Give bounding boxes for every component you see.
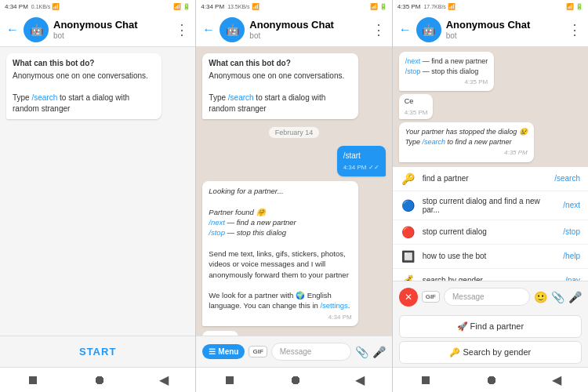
user-message-start: /start 4:34 PM ✓✓ [337, 146, 386, 176]
command-item-help[interactable]: 🔲 how to use the bot /help [393, 245, 588, 269]
start-text: /start [343, 151, 379, 162]
nav-bar-1: ⏹ ⏺ ◀ [0, 367, 195, 392]
bot-msg-time-3: 4:34 PM [209, 313, 351, 321]
bot-message-3: Looking for a partner... Partner found 🤗… [202, 181, 358, 326]
attach-button-3[interactable]: 📎 [551, 291, 564, 303]
next-link[interactable]: /next [209, 218, 225, 227]
menu-button[interactable]: ☰ Menu [202, 344, 245, 359]
time-3: 4:35 PM [397, 3, 421, 10]
find-partner-button[interactable]: 🚀 Find a partner [399, 315, 582, 338]
msg-title-2: What can this bot do? [209, 58, 351, 69]
command-item-pay[interactable]: 💰 search by gender /pay [393, 269, 588, 281]
mic-button-3[interactable]: 🎤 [568, 291, 582, 303]
signal-icon-3: 📶 [448, 3, 456, 10]
msg-time-3a: 4:35 PM [405, 78, 488, 86]
nav-bar-3: ⏹ ⏺ ◀ [393, 367, 588, 392]
bot-msg-ce: Ce 4:35 PM [399, 94, 434, 119]
chat-header-3: ← 🤖 Anonymous Chat bot ⋮ [393, 13, 588, 47]
nav-stop-2[interactable]: ⏹ [223, 373, 236, 387]
nav-home-3[interactable]: ⏺ [485, 373, 498, 387]
wifi-icon-2: 📶 [370, 3, 378, 10]
message-input-2[interactable]: Message [271, 343, 351, 361]
bot-msg-next-stop: /next — find a new partner /stop — stop … [399, 52, 495, 91]
header-menu-1[interactable]: ⋮ [175, 21, 189, 38]
battery-icon-1: 🔋 [183, 3, 191, 10]
attach-button-2[interactable]: 📎 [355, 346, 368, 358]
msg-time-ce: 4:35 PM [405, 108, 428, 117]
command-icon-next: 🔵 [401, 199, 416, 212]
signal-icon-1: 📶 [52, 3, 60, 10]
next-link-3[interactable]: /next [405, 57, 421, 65]
wifi-icon-1: 📶 [173, 3, 181, 10]
command-item-next[interactable]: 🔵 stop current dialog and find a new par… [393, 191, 588, 220]
command-slash-next: /next [563, 201, 580, 209]
header-subtitle-1: bot [53, 31, 170, 40]
command-item-stop[interactable]: 🔴 stop current dialog /stop [393, 220, 588, 245]
settings-link[interactable]: /settings [320, 301, 347, 310]
bot-icon-1: 🤖 [30, 24, 43, 36]
msg-body-2: Anonymous one on one conversations.Type … [209, 71, 351, 114]
command-text-next: stop current dialog and find a new par..… [423, 197, 557, 214]
back-button-1[interactable]: ← [6, 23, 19, 37]
time-1: 4:34 PM [5, 3, 28, 10]
back-button-2[interactable]: ← [202, 23, 215, 37]
header-title-1: Anonymous Chat [53, 19, 170, 31]
header-title-2: Anonymous Chat [249, 19, 366, 31]
bot-avatar-1: 🤖 [24, 17, 49, 42]
status-bar-1: 4:34 PM 0.1KB/s 📶 📶 🔋 [0, 0, 195, 13]
input-area-2: ☰ Menu GIF Message 📎 🎤 [196, 336, 391, 367]
nav-back-1[interactable]: ◀ [159, 372, 169, 387]
action-buttons-area: 🚀 Find a partner 🔑 Search by gender [393, 312, 588, 367]
back-button-3[interactable]: ← [399, 23, 412, 37]
menu-icon: ☰ [209, 347, 216, 356]
search-gender-button[interactable]: 🔑 Search by gender [399, 341, 582, 364]
screens-container: 4:34 PM 0.1KB/s 📶 📶 🔋 ← 🤖 Anonymous Chat… [0, 0, 588, 392]
bot-msg-stopped: Your partner has stopped the dialog 😢 Ty… [399, 122, 534, 162]
header-subtitle-3: bot [446, 31, 563, 40]
command-icon-pay: 💰 [401, 274, 416, 281]
input-area-1: START [0, 336, 195, 367]
nav-back-3[interactable]: ◀ [552, 372, 561, 387]
nav-stop-1[interactable]: ⏹ [27, 373, 39, 387]
data-speed-2: 13.5KB/s [227, 4, 249, 9]
msg-time-3b: 4:35 PM [405, 148, 528, 157]
search-link-1[interactable]: /search [31, 93, 57, 102]
nav-home-2[interactable]: ⏺ [289, 373, 302, 387]
mic-button-2[interactable]: 🎤 [372, 346, 386, 358]
command-item-search[interactable]: 🔑 find a partner /search [393, 167, 588, 191]
bot-message-1: What can this bot do? Anonymous one on o… [6, 53, 162, 119]
msg-body-1: Anonymous one on one conversations.Type … [13, 71, 155, 114]
nav-back-2[interactable]: ◀ [355, 372, 365, 387]
x-button[interactable]: ✕ [399, 288, 418, 307]
time-2: 4:34 PM [201, 3, 224, 10]
bot-message-2: What can this bot do? Anonymous one on o… [202, 53, 358, 119]
search-link-3[interactable]: /search [423, 138, 446, 146]
screen-3: 4:35 PM 17.7KB/s 📶 📶 🔋 ← 🤖 Anonymous Cha… [393, 0, 588, 392]
stop-link[interactable]: /stop [209, 228, 225, 237]
chat-header-1: ← 🤖 Anonymous Chat bot ⋮ [0, 13, 195, 47]
nav-home-1[interactable]: ⏺ [93, 373, 106, 387]
top-chat-area-3: /next — find a new partner /stop — stop … [393, 47, 588, 167]
data-speed-1: 0.1KB/s [31, 4, 51, 9]
battery-icon-3: 🔋 [575, 3, 583, 10]
bot-avatar-3: 🤖 [416, 17, 441, 42]
gif-button-3[interactable]: GIF [422, 291, 440, 303]
command-icon-search: 🔑 [401, 172, 416, 185]
command-slash-search: /search [554, 174, 580, 183]
start-button[interactable]: START [71, 340, 124, 363]
battery-icon-2: 🔋 [379, 3, 387, 10]
sticker-button[interactable]: 🙂 [534, 291, 547, 303]
lang-info: We look for a partner with 🌍 English lan… [209, 290, 351, 311]
header-menu-3[interactable]: ⋮ [568, 21, 582, 38]
nav-bar-2: ⏹ ⏺ ◀ [196, 367, 391, 392]
search-link-2[interactable]: /search [228, 93, 254, 102]
menu-label: Menu [218, 347, 238, 356]
header-menu-2[interactable]: ⋮ [372, 21, 386, 38]
command-text-search: find a partner [423, 174, 549, 183]
nav-stop-3[interactable]: ⏹ [419, 373, 432, 387]
header-title-3: Anonymous Chat [446, 19, 563, 31]
message-input-3[interactable]: Message [444, 288, 530, 306]
stop-link-3[interactable]: /stop [405, 67, 421, 75]
gif-button-2[interactable]: GIF [249, 346, 267, 358]
command-icon-help: 🔲 [401, 250, 416, 263]
